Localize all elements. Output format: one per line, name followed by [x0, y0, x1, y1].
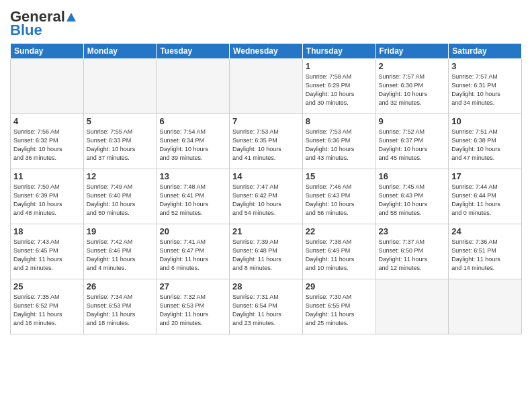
day-number: 12: [87, 171, 154, 181]
logo: General Blue: [10, 9, 77, 38]
calendar-cell: 29Sunrise: 7:30 AM Sunset: 6:55 PM Dayli…: [302, 279, 375, 334]
calendar-cell: 7Sunrise: 7:53 AM Sunset: 6:35 PM Daylig…: [230, 114, 303, 169]
weekday-header-wednesday: Wednesday: [230, 44, 303, 59]
calendar-cell: 27Sunrise: 7:32 AM Sunset: 6:53 PM Dayli…: [157, 279, 230, 334]
day-info: Sunrise: 7:53 AM Sunset: 6:35 PM Dayligh…: [232, 128, 300, 163]
day-info: Sunrise: 7:52 AM Sunset: 6:37 PM Dayligh…: [379, 128, 446, 163]
calendar-cell: 12Sunrise: 7:49 AM Sunset: 6:40 PM Dayli…: [83, 169, 157, 224]
calendar-cell: [157, 59, 230, 114]
day-number: 2: [379, 61, 446, 71]
calendar-cell: 5Sunrise: 7:55 AM Sunset: 6:33 PM Daylig…: [83, 114, 157, 169]
day-info: Sunrise: 7:34 AM Sunset: 6:53 PM Dayligh…: [87, 293, 154, 328]
svg-marker-0: [66, 13, 76, 21]
day-info: Sunrise: 7:51 AM Sunset: 6:38 PM Dayligh…: [451, 128, 519, 163]
day-info: Sunrise: 7:57 AM Sunset: 6:30 PM Dayligh…: [379, 73, 446, 107]
day-info: Sunrise: 7:44 AM Sunset: 6:44 PM Dayligh…: [451, 183, 519, 218]
week-row-4: 18Sunrise: 7:43 AM Sunset: 6:45 PM Dayli…: [11, 224, 522, 279]
calendar-cell: 21Sunrise: 7:39 AM Sunset: 6:48 PM Dayli…: [230, 224, 303, 279]
day-info: Sunrise: 7:48 AM Sunset: 6:41 PM Dayligh…: [159, 183, 226, 218]
calendar-cell: [83, 59, 157, 114]
calendar-cell: 28Sunrise: 7:31 AM Sunset: 6:54 PM Dayli…: [230, 279, 303, 334]
day-number: 24: [451, 226, 519, 236]
page: General Blue SundayMondayTuesdayWednesda…: [0, 0, 532, 411]
day-info: Sunrise: 7:53 AM Sunset: 6:36 PM Dayligh…: [306, 128, 373, 163]
day-number: 27: [159, 281, 226, 291]
day-number: 3: [451, 61, 519, 71]
day-info: Sunrise: 7:38 AM Sunset: 6:49 PM Dayligh…: [306, 238, 373, 273]
day-number: 1: [306, 61, 373, 71]
day-number: 4: [13, 116, 81, 126]
calendar-body: 1Sunrise: 7:58 AM Sunset: 6:29 PM Daylig…: [11, 59, 522, 334]
day-info: Sunrise: 7:35 AM Sunset: 6:52 PM Dayligh…: [13, 293, 81, 328]
day-number: 21: [232, 226, 300, 236]
week-row-5: 25Sunrise: 7:35 AM Sunset: 6:52 PM Dayli…: [11, 279, 522, 334]
week-row-1: 1Sunrise: 7:58 AM Sunset: 6:29 PM Daylig…: [11, 59, 522, 114]
calendar-cell: 15Sunrise: 7:46 AM Sunset: 6:43 PM Dayli…: [302, 169, 375, 224]
calendar-cell: 4Sunrise: 7:56 AM Sunset: 6:32 PM Daylig…: [11, 114, 84, 169]
day-info: Sunrise: 7:54 AM Sunset: 6:34 PM Dayligh…: [159, 128, 226, 163]
calendar-cell: 1Sunrise: 7:58 AM Sunset: 6:29 PM Daylig…: [302, 59, 375, 114]
calendar-cell: [11, 59, 84, 114]
calendar-cell: 18Sunrise: 7:43 AM Sunset: 6:45 PM Dayli…: [11, 224, 84, 279]
calendar: SundayMondayTuesdayWednesdayThursdayFrid…: [10, 43, 522, 334]
calendar-cell: 13Sunrise: 7:48 AM Sunset: 6:41 PM Dayli…: [157, 169, 230, 224]
day-number: 25: [13, 281, 81, 291]
day-number: 8: [306, 116, 373, 126]
calendar-cell: 2Sunrise: 7:57 AM Sunset: 6:30 PM Daylig…: [375, 59, 449, 114]
day-number: 22: [306, 226, 373, 236]
day-number: 28: [232, 281, 300, 291]
day-number: 10: [451, 116, 519, 126]
day-info: Sunrise: 7:36 AM Sunset: 6:51 PM Dayligh…: [451, 238, 519, 273]
weekday-header-monday: Monday: [83, 44, 157, 59]
weekday-header-tuesday: Tuesday: [157, 44, 230, 59]
day-info: Sunrise: 7:47 AM Sunset: 6:42 PM Dayligh…: [232, 183, 300, 218]
day-info: Sunrise: 7:58 AM Sunset: 6:29 PM Dayligh…: [306, 73, 373, 107]
day-info: Sunrise: 7:31 AM Sunset: 6:54 PM Dayligh…: [232, 293, 300, 328]
week-row-2: 4Sunrise: 7:56 AM Sunset: 6:32 PM Daylig…: [11, 114, 522, 169]
day-info: Sunrise: 7:49 AM Sunset: 6:40 PM Dayligh…: [87, 183, 154, 218]
calendar-cell: 23Sunrise: 7:37 AM Sunset: 6:50 PM Dayli…: [375, 224, 449, 279]
day-number: 11: [13, 171, 81, 181]
calendar-cell: 14Sunrise: 7:47 AM Sunset: 6:42 PM Dayli…: [230, 169, 303, 224]
weekday-header-saturday: Saturday: [449, 44, 522, 59]
calendar-cell: 25Sunrise: 7:35 AM Sunset: 6:52 PM Dayli…: [11, 279, 84, 334]
day-info: Sunrise: 7:56 AM Sunset: 6:32 PM Dayligh…: [13, 128, 81, 163]
day-info: Sunrise: 7:50 AM Sunset: 6:39 PM Dayligh…: [13, 183, 81, 218]
day-info: Sunrise: 7:41 AM Sunset: 6:47 PM Dayligh…: [159, 238, 226, 273]
logo-icon: [65, 12, 77, 21]
calendar-cell: 3Sunrise: 7:57 AM Sunset: 6:31 PM Daylig…: [449, 59, 522, 114]
day-number: 20: [159, 226, 226, 236]
day-info: Sunrise: 7:55 AM Sunset: 6:33 PM Dayligh…: [87, 128, 154, 163]
day-number: 9: [379, 116, 446, 126]
day-number: 23: [379, 226, 446, 236]
day-number: 14: [232, 171, 300, 181]
calendar-cell: [230, 59, 303, 114]
day-info: Sunrise: 7:32 AM Sunset: 6:53 PM Dayligh…: [159, 293, 226, 328]
calendar-cell: [449, 279, 522, 334]
calendar-cell: [375, 279, 449, 334]
weekday-header-friday: Friday: [375, 44, 449, 59]
week-row-3: 11Sunrise: 7:50 AM Sunset: 6:39 PM Dayli…: [11, 169, 522, 224]
calendar-cell: 16Sunrise: 7:45 AM Sunset: 6:43 PM Dayli…: [375, 169, 449, 224]
day-number: 13: [159, 171, 226, 181]
calendar-cell: 20Sunrise: 7:41 AM Sunset: 6:47 PM Dayli…: [157, 224, 230, 279]
day-number: 29: [306, 281, 373, 291]
day-info: Sunrise: 7:43 AM Sunset: 6:45 PM Dayligh…: [13, 238, 81, 273]
calendar-cell: 19Sunrise: 7:42 AM Sunset: 6:46 PM Dayli…: [83, 224, 157, 279]
calendar-cell: 9Sunrise: 7:52 AM Sunset: 6:37 PM Daylig…: [375, 114, 449, 169]
calendar-cell: 10Sunrise: 7:51 AM Sunset: 6:38 PM Dayli…: [449, 114, 522, 169]
calendar-cell: 22Sunrise: 7:38 AM Sunset: 6:49 PM Dayli…: [302, 224, 375, 279]
day-info: Sunrise: 7:45 AM Sunset: 6:43 PM Dayligh…: [379, 183, 446, 218]
day-number: 16: [379, 171, 446, 181]
day-number: 5: [87, 116, 154, 126]
weekday-header-sunday: Sunday: [11, 44, 84, 59]
day-number: 15: [306, 171, 373, 181]
calendar-cell: 8Sunrise: 7:53 AM Sunset: 6:36 PM Daylig…: [302, 114, 375, 169]
calendar-cell: 24Sunrise: 7:36 AM Sunset: 6:51 PM Dayli…: [449, 224, 522, 279]
calendar-cell: 6Sunrise: 7:54 AM Sunset: 6:34 PM Daylig…: [157, 114, 230, 169]
header: General Blue: [10, 7, 522, 38]
day-number: 19: [87, 226, 154, 236]
day-number: 7: [232, 116, 300, 126]
day-info: Sunrise: 7:39 AM Sunset: 6:48 PM Dayligh…: [232, 238, 300, 273]
calendar-cell: 26Sunrise: 7:34 AM Sunset: 6:53 PM Dayli…: [83, 279, 157, 334]
